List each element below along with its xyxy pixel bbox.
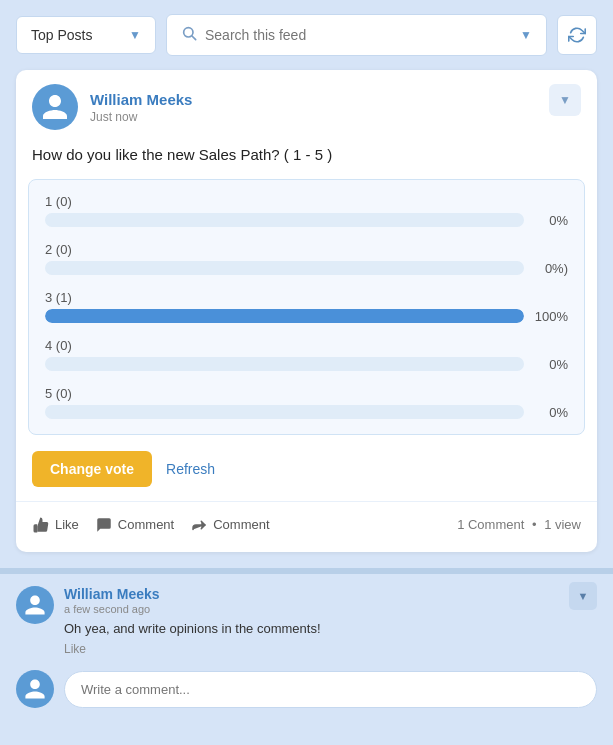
poll-bar-bg [45,405,524,419]
comment-body: William Meeks a few second ago Oh yea, a… [64,586,597,657]
poll-option-label: 3 (1) [45,290,568,305]
poll-bar-bg [45,213,524,227]
stats-dot: • [532,517,537,532]
poll-bar-wrap: 0%) [45,261,568,276]
poll-pct: 0% [532,405,568,420]
poll-bar-bg [45,309,524,323]
poll-bar-fill [45,309,524,323]
post-username: William Meeks [90,91,537,108]
post-card: William Meeks Just now ▼ How do you like… [16,70,597,552]
poll-option: 3 (1) 100% [45,290,568,324]
poll-bar-wrap: 100% [45,309,568,324]
post-user-info: William Meeks Just now [90,91,537,124]
poll-bar-bg [45,357,524,371]
svg-line-1 [192,36,196,40]
poll-pct: 0%) [532,261,568,276]
poll-container: 1 (0) 0% 2 (0) 0%) [28,179,585,435]
poll-pct: 0% [532,357,568,372]
sort-label: Top Posts [31,27,92,43]
poll-option: 4 (0) 0% [45,338,568,372]
poll-option: 2 (0) 0%) [45,242,568,276]
comment-like-button[interactable]: Like [64,642,597,656]
post-options-button[interactable]: ▼ [549,84,581,116]
poll-pct: 0% [532,213,568,228]
footer-stats: 1 Comment • 1 view [457,517,581,532]
post-footer: Like Comment Comment 1 Comment • 1 view [16,501,597,552]
comment-text: Oh yea, and write opinions in the commen… [64,619,597,639]
poll-bar-wrap: 0% [45,405,568,420]
refresh-link-button[interactable]: Refresh [166,461,215,477]
comments-section: ▼ William Meeks a few second ago Oh yea,… [0,574,613,725]
poll-option-label: 1 (0) [45,194,568,209]
search-dropdown-chevron: ▼ [520,28,532,42]
toolbar: Top Posts ▼ ▼ [0,0,613,70]
search-input[interactable] [205,27,512,43]
comments-dropdown-chevron: ▼ [578,590,589,602]
comment-time: a few second ago [64,603,597,615]
comment-item: William Meeks a few second ago Oh yea, a… [16,574,597,665]
comment-action-2[interactable]: Comment [190,512,279,538]
avatar [32,84,78,130]
poll-bar-wrap: 0% [45,213,568,228]
toolbar-refresh-button[interactable] [557,15,597,55]
comment-avatar [16,586,54,624]
comment-action-1[interactable]: Comment [95,512,184,538]
poll-actions: Change vote Refresh [16,435,597,497]
comment-label-1: Comment [118,517,174,532]
comment-username: William Meeks [64,586,597,602]
comment-input-avatar [16,670,54,708]
comment-input-row [16,664,597,712]
poll-bar-wrap: 0% [45,357,568,372]
like-action[interactable]: Like [32,512,89,538]
comments-dropdown-button[interactable]: ▼ [569,582,597,610]
feed: William Meeks Just now ▼ How do you like… [0,70,613,568]
like-label: Like [55,517,79,532]
search-bar: ▼ [166,14,547,56]
poll-pct: 100% [532,309,568,324]
poll-option-label: 4 (0) [45,338,568,353]
poll-option-label: 2 (0) [45,242,568,257]
sort-chevron: ▼ [129,28,141,42]
post-time: Just now [90,110,537,124]
comment-input-field[interactable] [64,671,597,708]
search-icon [181,25,197,45]
poll-bar-bg [45,261,524,275]
poll-option: 1 (0) 0% [45,194,568,228]
post-question: How do you like the new Sales Path? ( 1 … [16,144,597,179]
poll-option: 5 (0) 0% [45,386,568,420]
change-vote-button[interactable]: Change vote [32,451,152,487]
stats-comments: 1 Comment [457,517,524,532]
post-options-chevron: ▼ [559,93,571,107]
post-header: William Meeks Just now ▼ [16,70,597,144]
poll-option-label: 5 (0) [45,386,568,401]
comment-label-2: Comment [213,517,269,532]
stats-views: 1 view [544,517,581,532]
sort-dropdown[interactable]: Top Posts ▼ [16,16,156,54]
